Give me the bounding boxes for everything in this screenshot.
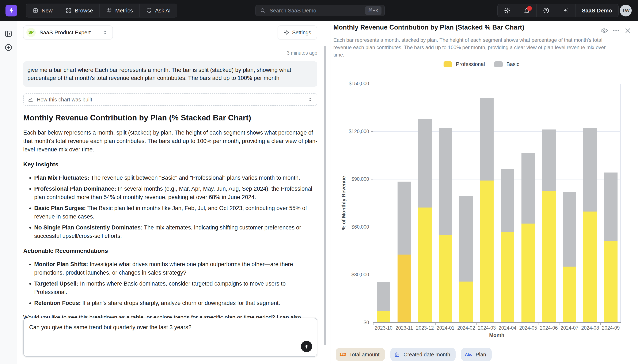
nav-button-ask-ai[interactable]: Ask AI	[139, 4, 177, 17]
y-axis-title: % of Monthly Revenue	[341, 176, 347, 230]
x-axis-tick	[497, 323, 497, 325]
field-badge-created-date-month[interactable]: Created date month	[390, 348, 456, 361]
response-title: Monthly Revenue Contribution by Plan (% …	[23, 113, 317, 122]
bar-segment-professional-2024-01[interactable]	[439, 235, 452, 322]
gridline	[373, 84, 621, 84]
field-badge-plan[interactable]: AbcPlan	[461, 348, 491, 361]
legend-swatch-basic[interactable]	[494, 61, 503, 67]
bar-segment-basic-2024-08[interactable]	[583, 128, 597, 212]
y-axis-label: $0	[323, 320, 369, 326]
legend-label-basic[interactable]: Basic	[506, 61, 519, 67]
bar-segment-basic-2024-04[interactable]	[501, 169, 514, 232]
bar-segment-basic-2023-12[interactable]	[418, 119, 432, 208]
scrollbar-thumb[interactable]	[324, 46, 326, 345]
numeric-123-icon: 123	[340, 352, 346, 357]
chat-input[interactable]: Can you give the same trend but quarterl…	[23, 318, 317, 357]
x-axis-tick	[415, 323, 415, 325]
bar-segment-professional-2024-06[interactable]	[542, 191, 556, 322]
x-axis-tick	[373, 323, 374, 325]
bar-segment-basic-2024-06[interactable]	[542, 130, 556, 191]
global-search-input[interactable]: Search SaaS Demo ⌘+K	[255, 5, 385, 16]
settings-gear-button[interactable]	[498, 4, 517, 17]
hash-icon	[106, 8, 112, 14]
gear-icon	[504, 7, 511, 14]
nav-button-new[interactable]: New	[26, 4, 59, 17]
how-chart-built-expander[interactable]: How this chart was built	[23, 94, 317, 106]
key-insight-item: Basic Plan Surges: The Basic plan led in…	[34, 204, 317, 221]
recommendation-item: Retention Focus: If a plan's share drops…	[34, 299, 317, 307]
recommendations-list: Monitor Plan Shifts: Investigate what dr…	[23, 260, 317, 307]
bar-segment-professional-2023-10[interactable]	[377, 311, 390, 322]
message-timestamp: 3 minutes ago	[23, 50, 317, 56]
x-axis-title: Month	[373, 332, 621, 338]
x-axis-tick	[456, 323, 456, 325]
bar-segment-basic-2023-10[interactable]	[377, 282, 390, 311]
user-avatar[interactable]: TW	[620, 5, 632, 16]
search-icon	[260, 8, 266, 14]
bar-segment-basic-2024-07[interactable]	[563, 192, 576, 266]
chat-scrollbar[interactable]	[323, 41, 327, 362]
bar-segment-professional-2024-09[interactable]	[604, 241, 617, 322]
workspace-name[interactable]: SaaS Demo	[575, 4, 618, 17]
bar-segment-professional-2024-08[interactable]	[583, 212, 597, 322]
response-intro: Each bar below represents a month, split…	[23, 128, 317, 154]
agent-avatar: SP	[26, 28, 36, 37]
chart-line-icon	[28, 97, 33, 102]
topbar-actions: SaaS Demo	[497, 4, 618, 17]
chart-panel-description: Each bar represents a month, stacked by …	[333, 36, 617, 58]
app-logo-lightning-icon[interactable]	[6, 5, 17, 16]
bar-segment-professional-2024-07[interactable]	[563, 266, 576, 322]
bar-segment-professional-2024-03[interactable]	[480, 180, 494, 322]
search-placeholder: Search SaaS Demo	[270, 8, 365, 14]
help-button[interactable]	[536, 4, 556, 17]
bar-segment-professional-2024-02[interactable]	[459, 282, 473, 322]
new-thread-button[interactable]	[4, 43, 13, 52]
y-axis-tick	[371, 227, 373, 227]
more-options-button[interactable]	[612, 26, 620, 34]
primary-nav: NewBrowseMetricsAsk AI	[26, 4, 177, 18]
bar-segment-basic-2024-05[interactable]	[521, 153, 535, 223]
settings-label: Settings	[292, 30, 311, 36]
bar-segment-professional-2023-11[interactable]	[398, 254, 411, 322]
legend-swatch-professional[interactable]	[444, 61, 452, 67]
nav-button-metrics[interactable]: Metrics	[99, 4, 139, 17]
send-message-button[interactable]	[301, 341, 312, 352]
bar-segment-basic-2024-03[interactable]	[480, 98, 494, 180]
nav-button-label: Ask AI	[155, 8, 171, 14]
bar-segment-professional-2024-05[interactable]	[521, 224, 535, 322]
key-insight-item: Professional Plan Dominance: In several …	[34, 184, 317, 202]
field-badge-label: Total amount	[349, 352, 379, 358]
x-axis-tick	[435, 323, 436, 325]
preview-button[interactable]	[600, 26, 608, 34]
y-axis-tick	[371, 323, 373, 323]
field-badge-total-amount[interactable]: 123Total amount	[336, 348, 385, 361]
bar-segment-basic-2023-11[interactable]	[398, 182, 411, 254]
bar-segment-professional-2023-12[interactable]	[418, 208, 432, 322]
chevron-updown-icon	[102, 30, 108, 35]
key-insights-list: Plan Mix Fluctuates: The revenue split b…	[23, 174, 317, 240]
expand-sidebar-button[interactable]	[4, 30, 13, 38]
x-axis-tick	[518, 323, 518, 325]
agent-settings-button[interactable]: Settings	[278, 26, 317, 40]
chat-sparkle-icon	[146, 8, 152, 14]
bar-segment-basic-2024-02[interactable]	[459, 196, 473, 282]
x-axis-tick	[559, 323, 559, 325]
key-insight-item: No Single Plan Consistently Dominates: T…	[34, 223, 317, 240]
ai-assistant-button[interactable]	[556, 4, 575, 17]
bar-segment-professional-2024-04[interactable]	[501, 232, 514, 322]
close-icon	[624, 26, 632, 34]
legend-label-professional[interactable]: Professional	[456, 61, 485, 67]
field-badges: 123Total amountCreated date monthAbcPlan	[336, 348, 492, 361]
bar-segment-basic-2024-09[interactable]	[604, 172, 617, 241]
ellipsis-icon	[612, 26, 620, 34]
left-icon-rail	[0, 21, 17, 364]
nav-button-browse[interactable]: Browse	[59, 4, 99, 17]
bar-segment-basic-2024-01[interactable]	[439, 128, 452, 236]
x-axis-label: 2024-09	[596, 325, 625, 331]
stacked-bar-chart: $0$30,000$60,000$90,000$120,000$150,0002…	[373, 84, 621, 323]
nav-button-label: New	[42, 8, 53, 14]
close-panel-button[interactable]	[624, 26, 632, 34]
agent-selector[interactable]: SP SaaS Product Expert	[23, 26, 113, 40]
notifications-button[interactable]	[517, 4, 536, 17]
field-badge-label: Plan	[476, 352, 486, 358]
